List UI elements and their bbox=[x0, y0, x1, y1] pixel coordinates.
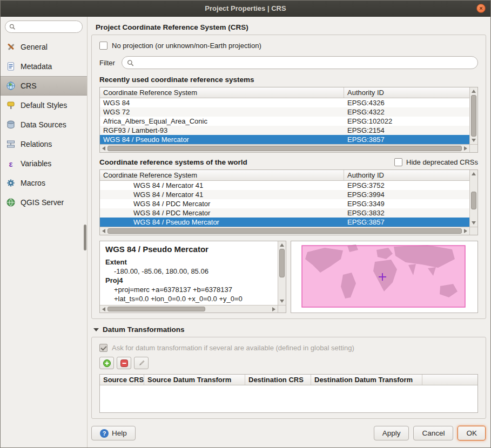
scrollbar-corner bbox=[469, 144, 477, 152]
column-header-source-crs[interactable]: Source CRS bbox=[100, 375, 144, 385]
table-row[interactable]: RGF93 / Lambert-93 EPSG:2154 bbox=[100, 126, 469, 135]
apply-button[interactable]: Apply bbox=[374, 426, 409, 440]
sidebar-item-data-sources[interactable]: Data Sources bbox=[1, 115, 87, 134]
crs-name-cell: WGS 84 / Pseudo Mercator bbox=[100, 218, 344, 227]
scrollbar-thumb[interactable] bbox=[471, 192, 476, 210]
world-crs-table: Coordinate Reference System Authority ID… bbox=[99, 169, 478, 235]
column-header-destination-crs[interactable]: Destination CRS bbox=[245, 375, 311, 385]
crs-name-cell: Africa_Albers_Equal_Area_Conic bbox=[100, 117, 344, 126]
extent-value: -180.00, -85.06, 180.00, 85.06 bbox=[105, 267, 276, 276]
sidebar-item-qgis-server[interactable]: QGIS Server bbox=[1, 193, 87, 212]
crs-name-cell: WGS 84 / Mercator 41 bbox=[100, 190, 344, 199]
sidebar-item-variables[interactable]: ε Variables bbox=[1, 154, 87, 173]
sidebar-item-crs[interactable]: CRS bbox=[1, 76, 87, 96]
table-row-selected[interactable]: WGS 84 / Pseudo Mercator EPSG:3857 bbox=[100, 135, 469, 144]
vertical-scrollbar[interactable] bbox=[469, 170, 477, 227]
sidebar-item-macros[interactable]: Macros bbox=[1, 173, 87, 193]
hide-deprecated-checkbox[interactable] bbox=[394, 158, 402, 166]
sidebar-item-metadata[interactable]: Metadata bbox=[1, 57, 87, 76]
scrollbar-thumb[interactable] bbox=[107, 146, 462, 151]
scrollbar-thumb[interactable] bbox=[107, 228, 462, 234]
hide-deprecated-label: Hide deprecated CRSs bbox=[406, 158, 478, 166]
crs-group-frame: No projection (or unknown/non-Earth proj… bbox=[91, 35, 486, 319]
table-row[interactable]: WGS 84 / PDC Mercator EPSG:3832 bbox=[100, 208, 469, 218]
scroll-up-arrow[interactable] bbox=[472, 172, 476, 175]
table-row[interactable]: WGS 84 / PDC Mercator EPSG:3349 bbox=[100, 199, 469, 208]
sidebar-scrollbar-thumb[interactable] bbox=[84, 225, 86, 250]
sidebar-item-relations[interactable]: Relations bbox=[1, 134, 87, 154]
table-row[interactable]: WGS 72 EPSG:4322 bbox=[100, 107, 469, 117]
column-header-crs[interactable]: Coordinate Reference System bbox=[100, 170, 344, 180]
crs-extent-map-preview bbox=[291, 241, 478, 313]
datum-transformations-header[interactable]: Datum Transformations bbox=[93, 325, 486, 334]
scroll-up-arrow[interactable] bbox=[280, 243, 284, 247]
titlebar[interactable]: Project Properties | CRS × bbox=[1, 1, 490, 17]
gear-icon bbox=[6, 178, 16, 188]
recent-crs-table-header: Coordinate Reference System Authority ID bbox=[100, 87, 469, 98]
close-button[interactable]: × bbox=[476, 4, 486, 13]
main-content: Project Coordinate Reference System (CRS… bbox=[88, 17, 490, 447]
paint-styles-icon bbox=[6, 100, 16, 110]
scroll-left-arrow[interactable] bbox=[102, 307, 105, 311]
vertical-scrollbar[interactable] bbox=[278, 241, 286, 305]
no-projection-checkbox[interactable] bbox=[99, 42, 107, 50]
help-button[interactable]: ? Help bbox=[91, 426, 136, 440]
sidebar: General Metadata bbox=[1, 17, 88, 447]
sidebar-item-label: QGIS Server bbox=[21, 198, 64, 207]
crs-filter-box[interactable] bbox=[122, 56, 478, 69]
scroll-left-arrow[interactable] bbox=[102, 229, 105, 233]
scroll-down-arrow[interactable] bbox=[472, 221, 476, 225]
vertical-scrollbar[interactable] bbox=[469, 87, 477, 144]
authority-id-cell: EPSG:3857 bbox=[344, 135, 469, 144]
add-transform-button[interactable] bbox=[99, 357, 114, 369]
column-header-authority[interactable]: Authority ID bbox=[344, 170, 469, 180]
scroll-up-arrow[interactable] bbox=[472, 90, 476, 93]
close-icon: × bbox=[479, 5, 482, 11]
search-icon bbox=[127, 59, 134, 66]
sidebar-item-default-styles[interactable]: Default Styles bbox=[1, 96, 87, 115]
table-row-selected[interactable]: WGS 84 / Pseudo Mercator EPSG:3857 bbox=[100, 218, 469, 227]
column-header-destination-transform[interactable]: Destination Datum Transform bbox=[311, 375, 422, 385]
scroll-right-arrow[interactable] bbox=[464, 229, 467, 233]
horizontal-scrollbar[interactable] bbox=[100, 305, 278, 313]
sidebar-item-label: General bbox=[21, 43, 48, 51]
crs-filter-input[interactable] bbox=[137, 59, 473, 66]
scroll-down-arrow[interactable] bbox=[472, 139, 476, 142]
edit-pencil-icon bbox=[137, 359, 146, 368]
apply-button-label: Apply bbox=[382, 429, 401, 437]
cancel-button-label: Cancel bbox=[422, 429, 445, 437]
remove-transform-button[interactable] bbox=[117, 357, 131, 369]
cancel-button[interactable]: Cancel bbox=[413, 426, 453, 440]
authority-id-cell: EPSG:3994 bbox=[344, 190, 469, 199]
horizontal-scrollbar[interactable] bbox=[100, 144, 469, 152]
datum-transformations-title: Datum Transformations bbox=[103, 325, 185, 334]
column-header-source-transform[interactable]: Source Datum Transform bbox=[144, 375, 245, 385]
recent-crs-title: Recently used coordinate reference syste… bbox=[99, 76, 478, 84]
table-row[interactable]: Africa_Albers_Equal_Area_Conic EPSG:1020… bbox=[100, 117, 469, 126]
scroll-right-arrow[interactable] bbox=[272, 307, 275, 311]
horizontal-scrollbar[interactable] bbox=[100, 227, 469, 235]
table-row[interactable]: WGS 84 / Mercator 41 EPSG:3752 bbox=[100, 181, 469, 190]
crs-name-cell: WGS 84 / PDC Mercator bbox=[100, 208, 344, 218]
table-row[interactable]: WGS 84 / Mercator 41 EPSG:3994 bbox=[100, 190, 469, 199]
scroll-left-arrow[interactable] bbox=[102, 146, 105, 151]
column-header-crs[interactable]: Coordinate Reference System bbox=[100, 87, 344, 98]
table-row[interactable]: WGS 84 EPSG:4326 bbox=[100, 98, 469, 107]
sidebar-search[interactable] bbox=[5, 21, 83, 33]
scroll-down-arrow[interactable] bbox=[280, 300, 284, 303]
scrollbar-corner bbox=[278, 305, 286, 313]
scrollbar-thumb[interactable] bbox=[107, 307, 205, 311]
sidebar-search-input[interactable] bbox=[18, 23, 78, 31]
sidebar-item-general[interactable]: General bbox=[1, 37, 87, 57]
authority-id-cell: EPSG:3857 bbox=[344, 218, 469, 227]
add-icon bbox=[103, 359, 111, 368]
scroll-right-arrow[interactable] bbox=[464, 146, 467, 151]
recent-crs-table: Coordinate Reference System Authority ID… bbox=[99, 87, 478, 153]
no-projection-label: No projection (or unknown/non-Earth proj… bbox=[112, 42, 261, 50]
dialog-footer: ? Help Apply Cancel OK bbox=[91, 426, 486, 440]
ok-button[interactable]: OK bbox=[458, 426, 486, 440]
scrollbar-thumb[interactable] bbox=[279, 249, 285, 277]
column-header-authority[interactable]: Authority ID bbox=[344, 87, 469, 98]
crs-name-cell: WGS 84 / PDC Mercator bbox=[100, 199, 344, 208]
scrollbar-thumb[interactable] bbox=[471, 95, 476, 137]
